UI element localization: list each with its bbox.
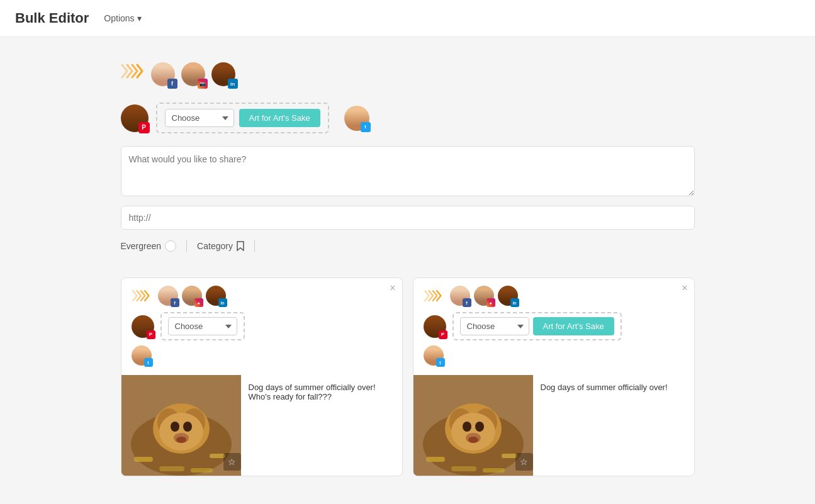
card-1-li-badge: in — [218, 298, 227, 307]
chevron-down-icon: ▾ — [137, 13, 142, 23]
card-2-choose-select[interactable]: Choose — [460, 317, 529, 335]
card-2-text: Dog days of summer officially over! — [533, 375, 694, 476]
svg-point-5 — [159, 413, 203, 451]
card-1-star-badge[interactable]: ☆ — [223, 453, 241, 471]
account-selector-main: Choose Art for Art's Sake — [156, 103, 329, 133]
avatar-linkedin: in — [211, 62, 237, 87]
category-option: Category — [197, 241, 244, 251]
card-1-avatar-pi: P — [132, 315, 154, 338]
card-2-twitter-row: t — [424, 345, 684, 367]
options-label: Options — [104, 13, 134, 23]
svg-rect-26 — [451, 466, 476, 471]
card-2-arrows-icon — [424, 289, 446, 303]
card-2-account-selector: Choose Art for Art's Sake — [452, 312, 622, 340]
card-1-pi-badge: P — [147, 330, 155, 339]
options-divider2 — [254, 240, 255, 252]
card-1-avatar-fb: f — [158, 286, 178, 306]
linkedin-badge: in — [228, 79, 238, 89]
card-1-profile-bar: f ● in — [132, 286, 392, 306]
instagram-badge: 📷 — [198, 79, 208, 89]
card-2-profile-bar: f ● in — [424, 286, 684, 306]
card-1-avatar-tw: t — [132, 345, 152, 366]
card-1-arrows-icon — [132, 289, 154, 303]
card-2-selector-row: P Choose Art for Art's Sake — [424, 312, 684, 340]
card-2: × f — [413, 277, 695, 476]
options-button[interactable]: Options ▾ — [104, 13, 141, 23]
card-2-avatar-ig: ● — [474, 286, 494, 306]
main-content: f 📷 in P Choose Art for Art's Sake — [106, 62, 710, 476]
avatar-facebook: f — [151, 62, 176, 87]
svg-point-7 — [183, 422, 192, 432]
card-1-header: f ● in P — [121, 278, 402, 375]
app-header: Bulk Editor Options ▾ — [0, 0, 815, 37]
card-2-avatar-fb: f — [450, 286, 470, 306]
svg-rect-10 — [134, 457, 153, 462]
svg-point-21 — [475, 422, 484, 432]
card-2-text-content: Dog days of summer officially over! — [541, 383, 668, 392]
card-2-avatar-pi: P — [424, 315, 446, 338]
card-2-avatar-li: in — [498, 286, 518, 306]
card-1-selector-row: P Choose — [132, 312, 392, 340]
card-1-account-selector: Choose — [160, 312, 245, 340]
card-1-tw-badge: t — [144, 358, 153, 367]
card-1-avatar-ig: ● — [182, 286, 202, 306]
facebook-badge: f — [167, 79, 177, 89]
card-1-text-content: Dog days of summer officially over! Who'… — [249, 383, 376, 401]
svg-rect-24 — [426, 457, 445, 462]
card-1-content: Dog days of summer officially over! Who'… — [121, 375, 402, 476]
svg-point-20 — [463, 422, 471, 432]
app-title: Bulk Editor — [15, 10, 89, 26]
card-2-li-badge: in — [510, 298, 519, 307]
card-2-avatar-tw: t — [424, 345, 444, 366]
svg-point-6 — [171, 422, 179, 432]
svg-rect-11 — [210, 454, 225, 458]
card-2-close-button[interactable]: × — [682, 283, 687, 293]
card-2-pi-badge: P — [439, 330, 447, 339]
svg-rect-27 — [483, 468, 505, 473]
card-1-ig-badge: ● — [194, 298, 203, 307]
choose-select-main[interactable]: Choose — [165, 109, 234, 127]
twitter-badge: t — [361, 122, 371, 132]
cards-row: × f — [121, 277, 695, 476]
bookmark-icon — [237, 241, 244, 251]
brand-arrows-icon — [121, 62, 146, 87]
svg-point-9 — [176, 437, 186, 443]
pinterest-badge: P — [138, 122, 150, 133]
avatar-pinterest-main: P — [121, 104, 149, 132]
svg-rect-12 — [159, 466, 184, 471]
profile-bar-top: f 📷 in — [121, 62, 695, 87]
url-input[interactable] — [121, 206, 695, 230]
card-2-tw-badge: t — [436, 358, 445, 367]
profile-selector-row: P Choose Art for Art's Sake t — [121, 103, 695, 133]
card-1-fb-badge: f — [171, 298, 179, 307]
card-2-star-badge[interactable]: ☆ — [515, 453, 533, 471]
card-2-ig-badge: ● — [486, 298, 495, 307]
options-divider — [186, 240, 187, 252]
avatar-instagram: 📷 — [181, 62, 206, 87]
evergreen-label: Evergreen — [121, 241, 162, 251]
card-1: × f — [121, 277, 403, 476]
options-row: Evergreen Category — [121, 240, 695, 252]
svg-point-23 — [468, 437, 478, 443]
card-2-header: f ● in P — [413, 278, 694, 375]
svg-rect-13 — [191, 468, 213, 473]
card-2-fb-badge: f — [463, 298, 471, 307]
card-1-choose-select[interactable]: Choose — [168, 317, 237, 335]
card-1-text: Dog days of summer officially over! Who'… — [241, 375, 402, 476]
card-2-art-button[interactable]: Art for Art's Sake — [533, 317, 614, 335]
svg-rect-25 — [502, 454, 517, 458]
card-1-avatar-li: in — [206, 286, 226, 306]
evergreen-toggle[interactable] — [165, 240, 176, 252]
art-button-main[interactable]: Art for Art's Sake — [239, 109, 320, 127]
category-label: Category — [197, 241, 233, 251]
avatar-twitter-main: t — [344, 106, 369, 131]
evergreen-option: Evergreen — [121, 240, 177, 252]
card-1-twitter-row: t — [132, 345, 392, 367]
svg-point-19 — [451, 413, 495, 451]
card-1-close-button[interactable]: × — [390, 283, 395, 293]
share-textarea[interactable] — [121, 146, 695, 196]
card-2-content: Dog days of summer officially over! ☆ — [413, 375, 694, 476]
